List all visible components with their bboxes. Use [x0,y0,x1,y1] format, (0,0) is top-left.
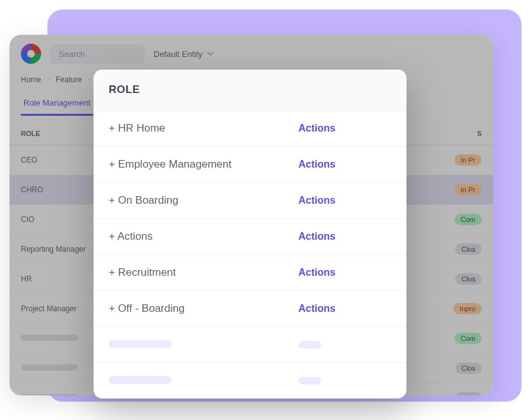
modal-item-label: + HR Home [109,122,298,135]
modal-row[interactable]: + ActionsActions [94,219,406,255]
modal-item-label: + Off - Boarding [109,302,298,315]
actions-link[interactable]: Actions [298,123,336,134]
skeleton-placeholder [298,377,321,385]
modal-row[interactable]: + RecruitmentActions [94,255,406,291]
modal-row[interactable]: + On BoardingActions [94,183,406,219]
actions-link[interactable]: Actions [298,195,336,206]
modal-row[interactable]: + HR HomeActions [94,111,406,147]
modal-title: ROLE [94,70,406,111]
modal-item-label: + Recruitment [109,266,298,279]
role-modal: ROLE + HR HomeActions+ Employee Manageme… [94,70,406,398]
modal-item-label: + On Boarding [109,194,298,207]
actions-link[interactable]: Actions [298,267,336,278]
actions-link[interactable]: Actions [298,231,336,242]
actions-link[interactable]: Actions [298,159,336,170]
modal-item-label: + Actions [109,230,298,243]
modal-row-skeleton [94,327,406,363]
modal-item-label: + Employee Management [109,158,298,171]
modal-row[interactable]: + Off - BoardingActions [94,291,406,327]
skeleton-placeholder [109,376,172,384]
modal-row-skeleton [94,363,406,398]
skeleton-placeholder [109,340,172,348]
modal-row[interactable]: + Employee ManagementActions [94,147,406,183]
actions-link[interactable]: Actions [298,303,336,314]
skeleton-placeholder [298,341,321,349]
